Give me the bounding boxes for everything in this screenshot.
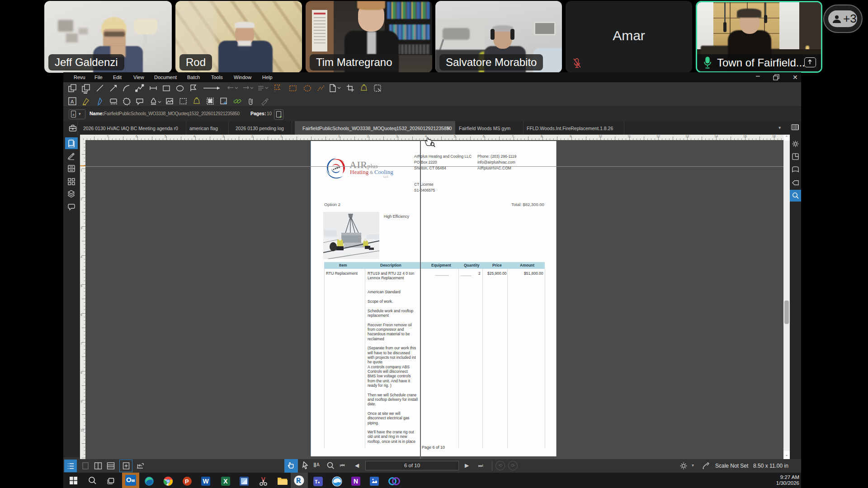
svg-text:A: A: [71, 99, 74, 104]
svg-text:P: P: [185, 478, 189, 485]
